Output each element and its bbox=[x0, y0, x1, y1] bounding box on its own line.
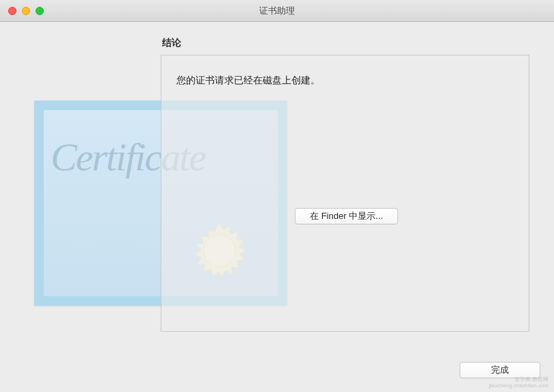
titlebar: 证书助理 bbox=[0, 0, 554, 22]
close-icon[interactable] bbox=[8, 7, 16, 15]
minimize-icon[interactable] bbox=[22, 7, 30, 15]
panel-box: 您的证书请求已经在磁盘上创建。 在 Finder 中显示... bbox=[161, 55, 529, 332]
body-text: 您的证书请求已经在磁盘上创建。 bbox=[176, 75, 320, 87]
panel-heading: 结论 bbox=[161, 37, 529, 55]
window-title: 证书助理 bbox=[0, 5, 554, 17]
window-content: Certificate 结论 您的证书请求已经在磁盘上创建。 在 Finder … bbox=[0, 22, 554, 392]
maximize-icon[interactable] bbox=[36, 7, 44, 15]
watermark-line1: 查字典 教程网 bbox=[488, 376, 549, 383]
main-panel: 结论 您的证书请求已经在磁盘上创建。 在 Finder 中显示... bbox=[161, 37, 529, 335]
watermark-line2: jiaocheng.chazidian.com bbox=[488, 382, 549, 389]
traffic-lights bbox=[0, 7, 44, 15]
watermark: 查字典 教程网 jiaocheng.chazidian.com bbox=[488, 376, 549, 389]
show-in-finder-button[interactable]: 在 Finder 中显示... bbox=[295, 208, 398, 224]
